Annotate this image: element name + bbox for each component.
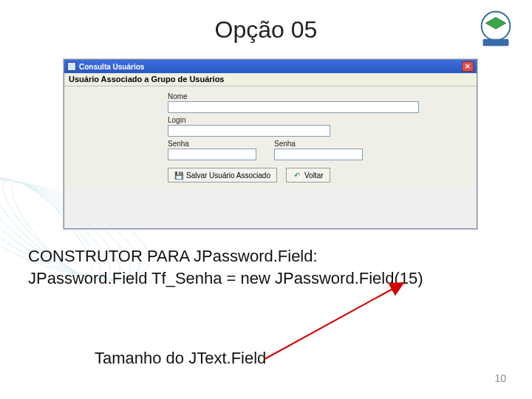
constructor-text: CONSTRUTOR PARA JPassword.Field: JPasswo… (28, 245, 423, 289)
window-titlebar: Consulta Usuários ✕ (64, 60, 477, 73)
constructor-line2: JPassword.Field Tf_Senha = new JPassword… (28, 267, 423, 290)
login-field[interactable] (168, 125, 330, 137)
panel-title: Usuário Associado a Grupo de Usuários (64, 73, 477, 86)
label-senha-confirm: Senha (274, 140, 363, 148)
slide-title: Opção 05 (0, 16, 532, 44)
back-icon: ↶ (293, 171, 301, 180)
label-nome: Nome (168, 92, 419, 100)
dialog-window: Consulta Usuários ✕ Usuário Associado a … (64, 59, 477, 229)
panel-body: Nome Login Senha Senha 💾 Salvar Usuár (64, 86, 477, 187)
label-login: Login (168, 116, 330, 124)
save-button-label: Salvar Usuário Associado (186, 171, 270, 180)
senha-confirm-field[interactable] (274, 149, 363, 160)
close-icon[interactable]: ✕ (462, 61, 474, 72)
page-number: 10 (494, 372, 506, 384)
annotation-arrow (257, 279, 420, 368)
senha-field[interactable] (168, 149, 256, 160)
window-icon (67, 62, 76, 71)
constructor-line1: CONSTRUTOR PARA JPassword.Field: (28, 245, 423, 267)
save-button[interactable]: 💾 Salvar Usuário Associado (168, 168, 277, 183)
nome-field[interactable] (168, 101, 419, 113)
label-senha: Senha (168, 140, 256, 148)
back-button-label: Voltar (304, 171, 324, 180)
svg-line-9 (265, 284, 402, 359)
window-title: Consulta Usuários (79, 63, 144, 71)
size-caption: Tamanho do JText.Field (95, 349, 266, 368)
svg-rect-1 (483, 39, 509, 47)
save-icon: 💾 (174, 171, 183, 180)
institution-logo (473, 7, 519, 53)
back-button[interactable]: ↶ Voltar (286, 168, 330, 183)
